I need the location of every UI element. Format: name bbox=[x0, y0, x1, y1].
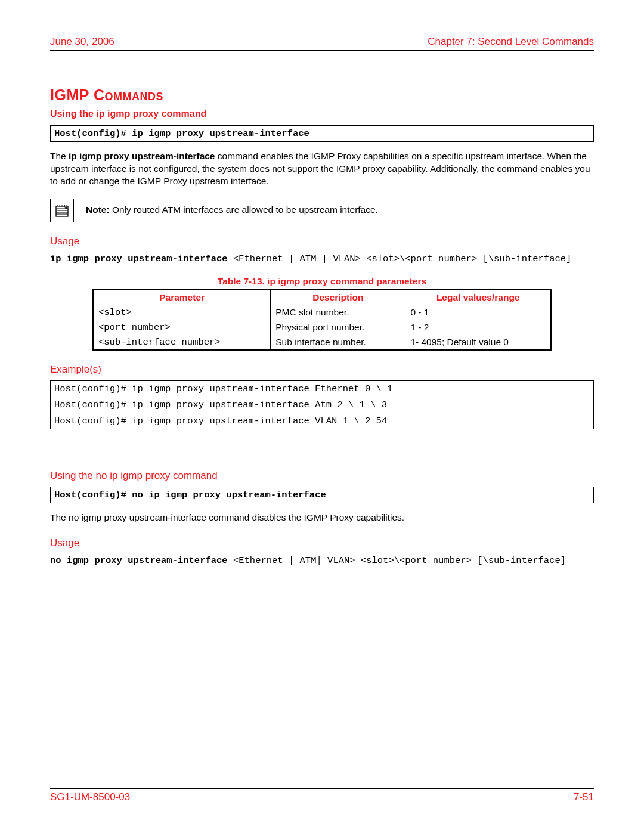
table-header-row: Parameter Description Legal values/range bbox=[93, 290, 551, 305]
table-row: <slot> PMC slot number. 0 - 1 bbox=[93, 305, 551, 320]
examples-box: Host(config)# ip igmp proxy upstream-int… bbox=[50, 380, 594, 429]
note-row: Note: Only routed ATM interfaces are all… bbox=[50, 199, 594, 222]
col-parameter: Parameter bbox=[93, 290, 271, 305]
example-row: Host(config)# ip igmp proxy upstream-int… bbox=[51, 413, 593, 429]
command1-title: Using the ip igmp proxy command bbox=[50, 109, 594, 119]
header-date: June 30, 2006 bbox=[50, 36, 114, 48]
usage-syntax-1: ip igmp proxy upstream-interface <Ethern… bbox=[50, 252, 594, 265]
col-legal-values: Legal values/range bbox=[405, 290, 551, 305]
usage-label-1: Usage bbox=[50, 236, 594, 247]
command2-title: Using the no ip igmp proxy command bbox=[50, 470, 594, 482]
example-row: Host(config)# ip igmp proxy upstream-int… bbox=[51, 397, 593, 413]
parameter-table: Parameter Description Legal values/range… bbox=[92, 289, 552, 351]
example-row: Host(config)# ip igmp proxy upstream-int… bbox=[51, 381, 593, 397]
header-chapter: Chapter 7: Second Level Commands bbox=[428, 36, 594, 48]
usage-syntax-2: no igmp proxy upstream-interface <Ethern… bbox=[50, 554, 594, 567]
notepad-icon bbox=[50, 199, 74, 222]
note-text: Note: Only routed ATM interfaces are all… bbox=[86, 204, 378, 216]
examples-label: Example(s) bbox=[50, 364, 594, 376]
command2-description: The no igmp proxy upstream-interface com… bbox=[50, 512, 594, 524]
table-row: <sub-interface number> Sub interface num… bbox=[93, 335, 551, 351]
table-row: <port number> Physical port number. 1 - … bbox=[93, 320, 551, 335]
section-heading: IGMP Commands bbox=[50, 86, 594, 104]
command1-syntax-box: Host(config)# ip igmp proxy upstream-int… bbox=[50, 125, 594, 142]
page-footer: SG1-UM-8500-03 7-51 bbox=[50, 788, 594, 803]
page: June 30, 2006 Chapter 7: Second Level Co… bbox=[0, 0, 644, 833]
command1-description: The ip igmp proxy upstream-interface com… bbox=[50, 150, 594, 188]
table-caption: Table 7-13. ip igmp proxy command parame… bbox=[50, 276, 594, 287]
page-header: June 30, 2006 Chapter 7: Second Level Co… bbox=[50, 36, 594, 51]
usage-label-2: Usage bbox=[50, 537, 594, 549]
footer-page-number: 7-51 bbox=[574, 791, 594, 803]
command2-syntax-box: Host(config)# no ip igmp proxy upstream-… bbox=[50, 487, 594, 503]
col-description: Description bbox=[271, 290, 405, 305]
footer-doc-id: SG1-UM-8500-03 bbox=[50, 791, 130, 803]
